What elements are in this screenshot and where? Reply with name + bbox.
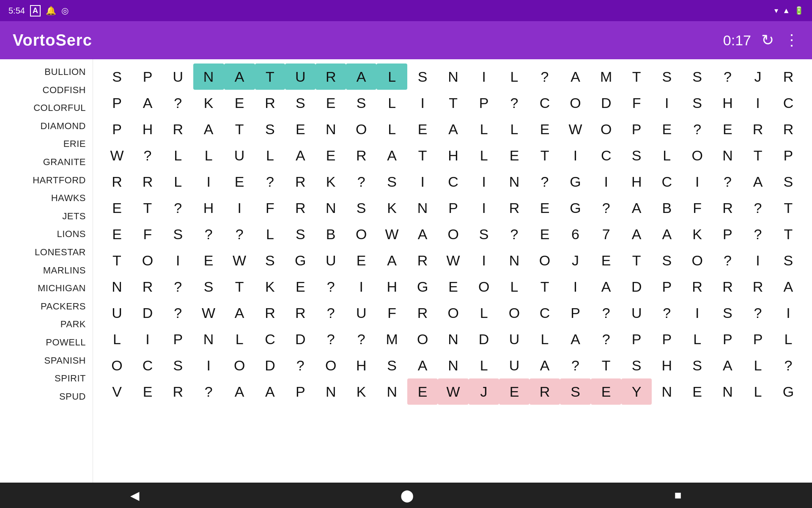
grid-cell[interactable]: O xyxy=(224,352,255,378)
grid-cell[interactable]: G xyxy=(560,195,591,221)
grid-cell[interactable]: P xyxy=(132,64,163,90)
grid-cell[interactable]: K xyxy=(682,221,713,247)
grid-cell[interactable]: ? xyxy=(285,352,315,378)
grid-cell[interactable]: L xyxy=(743,352,773,378)
grid-cell[interactable]: D xyxy=(469,326,499,352)
grid-cell[interactable]: L xyxy=(163,142,193,168)
grid-cell[interactable]: A xyxy=(713,352,743,378)
grid-cell[interactable]: E xyxy=(346,247,376,273)
grid-cell[interactable]: G xyxy=(285,247,315,273)
grid-cell[interactable]: F xyxy=(255,195,285,221)
grid-cell[interactable]: P xyxy=(438,195,469,221)
grid-cell[interactable]: P xyxy=(469,90,499,116)
grid-cell[interactable]: O xyxy=(469,273,499,300)
grid-cell[interactable]: S xyxy=(285,221,315,247)
grid-cell[interactable]: T xyxy=(224,116,255,142)
grid-cell[interactable]: ? xyxy=(193,378,224,405)
grid-cell[interactable]: R xyxy=(773,116,804,142)
grid-cell[interactable]: S xyxy=(682,90,713,116)
grid-cell[interactable]: E xyxy=(193,247,224,273)
grid-cell[interactable]: I xyxy=(469,64,499,90)
grid-cell[interactable]: R xyxy=(499,195,529,221)
grid-cell[interactable]: A xyxy=(743,168,773,195)
grid-cell[interactable]: P xyxy=(621,326,652,352)
grid-cell[interactable]: L xyxy=(469,352,499,378)
back-button[interactable]: ◀ xyxy=(113,485,156,506)
grid-cell[interactable]: R xyxy=(132,168,163,195)
grid-cell[interactable]: A xyxy=(224,64,255,90)
grid-cell[interactable]: ? xyxy=(713,247,743,273)
grid-cell[interactable]: R xyxy=(255,90,285,116)
grid-cell[interactable]: ? xyxy=(224,221,255,247)
grid-cell[interactable]: I xyxy=(773,300,804,326)
grid-cell[interactable]: R xyxy=(713,273,743,300)
grid-cell[interactable]: T xyxy=(529,273,560,300)
grid-cell[interactable]: N xyxy=(315,378,346,405)
grid-cell[interactable]: W xyxy=(438,247,469,273)
grid-cell[interactable]: A xyxy=(285,142,315,168)
grid-cell[interactable]: N xyxy=(438,326,469,352)
grid-cell[interactable]: V xyxy=(102,378,132,405)
grid-cell[interactable]: ? xyxy=(529,64,560,90)
grid-cell[interactable]: A xyxy=(407,352,438,378)
grid-cell[interactable]: P xyxy=(285,378,315,405)
grid-cell[interactable]: L xyxy=(773,326,804,352)
grid-cell[interactable]: P xyxy=(713,221,743,247)
grid-cell[interactable]: G xyxy=(773,378,804,405)
grid-cell[interactable]: T xyxy=(132,195,163,221)
grid-cell[interactable]: S xyxy=(163,221,193,247)
grid-cell[interactable]: ? xyxy=(743,300,773,326)
grid-cell[interactable]: E xyxy=(438,273,469,300)
grid-cell[interactable]: L xyxy=(376,116,407,142)
grid-cell[interactable]: A xyxy=(438,116,469,142)
grid-cell[interactable]: Y xyxy=(621,378,652,405)
menu-button[interactable]: ⋮ xyxy=(784,31,799,49)
grid-cell[interactable]: P xyxy=(652,326,682,352)
grid-cell[interactable]: T xyxy=(224,273,255,300)
grid-cell[interactable]: N xyxy=(713,378,743,405)
grid-cell[interactable]: L xyxy=(499,64,529,90)
grid-cell[interactable]: I xyxy=(469,195,499,221)
grid-cell[interactable]: D xyxy=(255,352,285,378)
grid-cell[interactable]: O xyxy=(682,247,713,273)
grid-cell[interactable]: I xyxy=(407,168,438,195)
grid-cell[interactable]: L xyxy=(163,168,193,195)
grid-cell[interactable]: H xyxy=(621,168,652,195)
grid-cell[interactable]: A xyxy=(621,195,652,221)
grid-cell[interactable]: I xyxy=(682,168,713,195)
grid-cell[interactable]: E xyxy=(499,142,529,168)
grid-cell[interactable]: S xyxy=(773,247,804,273)
grid-cell[interactable]: T xyxy=(529,142,560,168)
grid-cell[interactable]: R xyxy=(163,378,193,405)
grid-cell[interactable]: N xyxy=(438,64,469,90)
grid-cell[interactable]: ? xyxy=(163,300,193,326)
grid-cell[interactable]: W xyxy=(193,300,224,326)
grid-cell[interactable]: L xyxy=(102,326,132,352)
grid-cell[interactable]: A xyxy=(773,273,804,300)
grid-cell[interactable]: A xyxy=(591,273,621,300)
grid-cell[interactable]: I xyxy=(560,273,591,300)
grid-cell[interactable]: R xyxy=(346,142,376,168)
grid-cell[interactable]: H xyxy=(376,273,407,300)
grid-cell[interactable]: ? xyxy=(773,352,804,378)
grid-cell[interactable]: L xyxy=(499,273,529,300)
grid-cell[interactable]: S xyxy=(376,352,407,378)
grid-cell[interactable]: H xyxy=(438,142,469,168)
grid-cell[interactable]: S xyxy=(469,221,499,247)
grid-cell[interactable]: P xyxy=(102,90,132,116)
grid-cell[interactable]: N xyxy=(499,168,529,195)
grid-cell[interactable]: L xyxy=(682,326,713,352)
grid-cell[interactable]: L xyxy=(743,378,773,405)
grid-cell[interactable]: ? xyxy=(713,168,743,195)
grid-cell[interactable]: ? xyxy=(529,168,560,195)
grid-cell[interactable]: ? xyxy=(346,326,376,352)
grid-cell[interactable]: E xyxy=(407,378,438,405)
grid-cell[interactable]: N xyxy=(438,352,469,378)
grid-cell[interactable]: S xyxy=(163,352,193,378)
grid-cell[interactable]: P xyxy=(163,326,193,352)
grid-cell[interactable]: L xyxy=(469,142,499,168)
grid-cell[interactable]: S xyxy=(255,116,285,142)
grid-cell[interactable]: U xyxy=(224,142,255,168)
grid-cell[interactable]: E xyxy=(499,378,529,405)
grid-cell[interactable]: O xyxy=(682,142,713,168)
